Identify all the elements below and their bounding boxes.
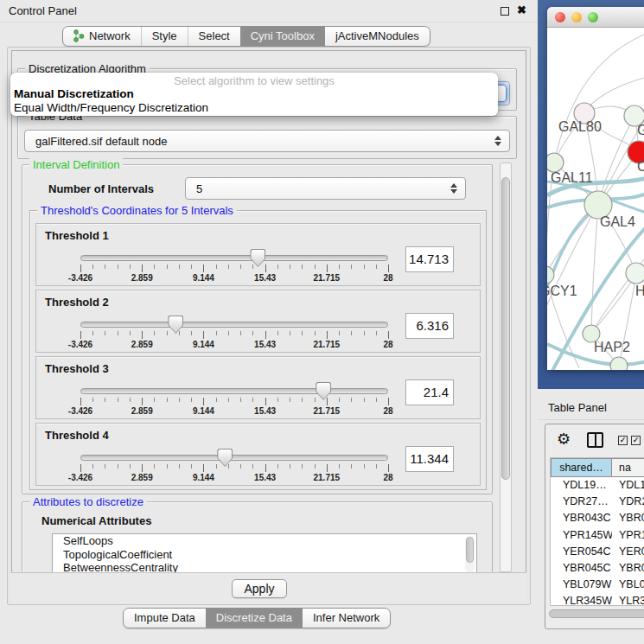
table-cell[interactable]: YLR3 (612, 593, 644, 606)
slider-ticks (80, 331, 388, 340)
threshold-1-slider[interactable]: -3.4262.8599.14415.4321.71528 (80, 250, 388, 284)
tab-infer-network[interactable]: Infer Network (303, 609, 390, 628)
tab-cyni-toolbox[interactable]: Cyni Toolbox (240, 27, 325, 46)
close-icon[interactable]: ✖ (517, 3, 526, 16)
tab-network[interactable]: Network (63, 27, 141, 46)
tick-mark (302, 464, 303, 469)
network-node[interactable] (610, 357, 628, 370)
tick-mark (290, 398, 290, 402)
slider-track[interactable] (80, 388, 388, 394)
slider-track[interactable] (80, 255, 388, 261)
network-window-titlebar[interactable] (547, 7, 644, 28)
tick-label: 2.859 (131, 273, 153, 283)
zoom-traffic-light-icon[interactable] (588, 12, 598, 22)
table-row[interactable]: YPR145WYPR1 (551, 527, 644, 544)
threshold-2-slider[interactable]: -3.4262.8599.14415.4321.71528 (80, 316, 388, 351)
tab-network-label: Network (89, 29, 131, 42)
tick-mark (388, 464, 389, 472)
table-cell[interactable]: YBR043C (551, 510, 612, 526)
table-cell[interactable]: YBL0 (612, 577, 644, 593)
tab-select[interactable]: Select (188, 27, 240, 46)
slider-tick-labels: -3.4262.8599.14415.4321.71528 (80, 473, 388, 483)
tab-jactivemnodules[interactable]: jActiveMNodules (325, 27, 430, 46)
table-cell[interactable]: YDR2 (612, 494, 644, 510)
tick-mark (277, 331, 278, 335)
apply-button-strip: Apply (11, 572, 526, 603)
tick-mark (240, 331, 241, 335)
table-row[interactable]: YER054CYER0 (551, 544, 644, 560)
slider-track[interactable] (80, 455, 388, 461)
tick-mark (191, 331, 192, 335)
dropdown-placeholder-item[interactable]: Select algorithm to view settings (10, 74, 498, 87)
table-row[interactable]: YDR27…YDR2 (551, 494, 644, 510)
attribute-list-item[interactable]: SelfLoops (53, 534, 476, 548)
tab-cyni-toolbox-label: Cyni Toolbox (251, 29, 315, 42)
close-traffic-light-icon[interactable] (555, 12, 565, 22)
apply-button[interactable]: Apply (232, 579, 287, 598)
table-panel-title: Table Panel (548, 401, 607, 414)
tick-mark (339, 265, 340, 269)
settings-vertical-scrollbar[interactable] (500, 163, 512, 572)
column-header-shared-name[interactable]: shared… (551, 458, 612, 477)
network-canvas[interactable]: GAL80GACGAL11GAL4GCY1HHAP2 (547, 28, 644, 370)
table-cell[interactable]: YDR27… (551, 494, 612, 510)
columns-icon[interactable] (587, 432, 603, 448)
tab-style[interactable]: Style (141, 27, 188, 46)
minimize-traffic-light-icon[interactable] (571, 12, 582, 22)
gear-icon[interactable]: ⚙ (557, 431, 571, 447)
numerical-attributes-list[interactable]: SelfLoopsTopologicalCoefficientBetweenne… (52, 533, 477, 573)
checkbox-icon[interactable]: ✓ (618, 436, 628, 445)
network-node-label: C (637, 159, 644, 174)
table-cell[interactable]: YPR145W (551, 527, 612, 544)
table-horizontal-scrollbar[interactable] (549, 609, 644, 619)
list-scrollbar[interactable] (465, 536, 475, 572)
table-cell[interactable]: YBR0 (612, 510, 644, 526)
column-header-name[interactable]: na (612, 458, 644, 477)
tick-mark (265, 265, 266, 272)
threshold-2-value[interactable]: 6.316 (405, 313, 454, 339)
table-cell[interactable]: YER0 (612, 544, 644, 560)
network-node[interactable] (626, 263, 644, 284)
attribute-list-item[interactable]: BetweennessCentrality (53, 561, 476, 573)
scrollbar-thumb[interactable] (549, 609, 644, 618)
table-cell[interactable]: YBL079W (551, 577, 612, 593)
table-cell[interactable]: YBR045C (551, 560, 612, 577)
threshold-4-panel: Threshold 4 -3.4262.8599.14415.4321.7152… (35, 423, 481, 486)
threshold-4-slider[interactable]: -3.4262.8599.14415.4321.71528 (80, 450, 388, 484)
table-row[interactable]: YBR045CYBR0 (551, 560, 644, 577)
scrollbar-thumb[interactable] (501, 177, 510, 480)
table-row[interactable]: YLR345WYLR3 (551, 593, 644, 606)
table-cell[interactable]: YDL1 (612, 477, 644, 494)
threshold-3-slider[interactable]: -3.4262.8599.14415.4321.71528 (80, 383, 388, 418)
table-row[interactable]: YBL079WYBL0 (551, 577, 644, 593)
table-cell[interactable]: YER054C (551, 544, 612, 560)
tick-mark (376, 331, 377, 335)
threshold-1-value[interactable]: 14.713 (405, 246, 454, 272)
desktop: Control Panel ✖ Network Style Sel (0, 0, 644, 644)
dropdown-item-manual-discretization[interactable]: Manual Discretization (14, 87, 134, 100)
tab-impute-data[interactable]: Impute Data (124, 609, 206, 628)
threshold-3-value[interactable]: 21.4 (405, 379, 454, 405)
threshold-4-value[interactable]: 11.344 (405, 446, 454, 472)
tick-mark (265, 398, 266, 405)
number-of-intervals-combobox[interactable]: 5 (185, 177, 466, 200)
dropdown-item-equal-width-frequency[interactable]: Equal Width/Frequency Discretization (14, 101, 208, 114)
tick-mark (351, 331, 352, 335)
tick-mark (351, 265, 352, 269)
table-data-combobox[interactable]: galFiltered.sif default node (24, 130, 510, 152)
table-cell[interactable]: YLR345W (551, 593, 612, 606)
tick-mark (154, 331, 155, 335)
table-cell[interactable]: YBR0 (612, 560, 644, 577)
tab-discretize-data-label: Discretize Data (216, 611, 292, 624)
slider-track[interactable] (80, 322, 388, 328)
tick-label: 28 (383, 473, 392, 482)
table-cell[interactable]: YDL19… (551, 477, 612, 494)
float-window-icon[interactable] (501, 7, 509, 16)
tab-discretize-data[interactable]: Discretize Data (206, 609, 303, 628)
table-row[interactable]: YDL19…YDL1 (551, 477, 644, 494)
table-row[interactable]: YBR043CYBR0 (551, 510, 644, 526)
table-cell[interactable]: YPR1 (612, 527, 644, 544)
checkbox-icon[interactable]: ✓ (631, 436, 641, 445)
attribute-list-item[interactable]: TopologicalCoefficient (53, 548, 476, 562)
network-node[interactable] (547, 153, 564, 172)
